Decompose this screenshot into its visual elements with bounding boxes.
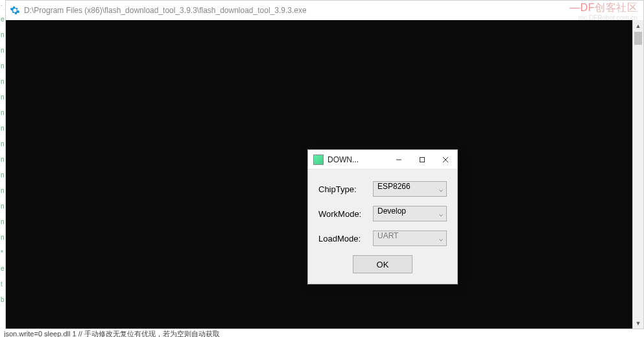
watermark-brand1: DF (580, 2, 595, 13)
dialog-titlebar[interactable]: DOWN... (308, 150, 457, 169)
config-dialog: DOWN... ChipType: ESP8266 ⌵ WorkMode: De… (307, 149, 458, 284)
dialog-body: ChipType: ESP8266 ⌵ WorkMode: Develop ⌵ … (308, 169, 457, 284)
scroll-down-arrow-icon[interactable]: ▼ (633, 318, 643, 329)
console-titlebar[interactable]: D:\Program Files (x86)\flash_download_to… (6, 1, 643, 20)
loadmode-select: UART ⌵ (373, 231, 447, 246)
loadmode-label: LoadMode: (318, 234, 373, 243)
maximize-button[interactable] (411, 150, 434, 169)
watermark-brand2: 创客社区 (595, 2, 638, 13)
watermark-prefix: — (569, 2, 580, 13)
bottom-cropped-text: json.write=0 sleep.dll 1 // 手动修改无复位有优现，若… (4, 329, 640, 337)
app-icon (313, 155, 324, 165)
console-title: D:\Program Files (x86)\flash_download_to… (24, 6, 307, 15)
svg-rect-1 (420, 157, 425, 162)
close-button[interactable] (434, 150, 457, 169)
workmode-value: Develop (373, 206, 447, 221)
vertical-scrollbar[interactable]: ▲ ▼ (632, 20, 643, 329)
chiptype-label: ChipType: (318, 184, 373, 194)
gear-icon (10, 5, 20, 16)
watermark-sub: mc.DFRobot.com.cn (578, 14, 638, 21)
workmode-select[interactable]: Develop ⌵ (373, 206, 447, 221)
dialog-title: DOWN... (328, 155, 387, 164)
loadmode-value: UART (373, 231, 447, 246)
scrollbar-thumb[interactable] (634, 32, 642, 45)
workmode-label: WorkMode: (318, 209, 373, 219)
ok-button[interactable]: OK (353, 255, 412, 273)
scroll-up-arrow-icon[interactable]: ▲ (633, 20, 643, 31)
minimize-button[interactable] (387, 150, 411, 169)
chiptype-value: ESP8266 (373, 181, 447, 197)
chiptype-select[interactable]: ESP8266 ⌵ (373, 181, 447, 197)
watermark: —DF创客社区 (569, 1, 638, 15)
editor-gutter: .ennnnnnnnnnnnnn*etb (0, 0, 5, 337)
